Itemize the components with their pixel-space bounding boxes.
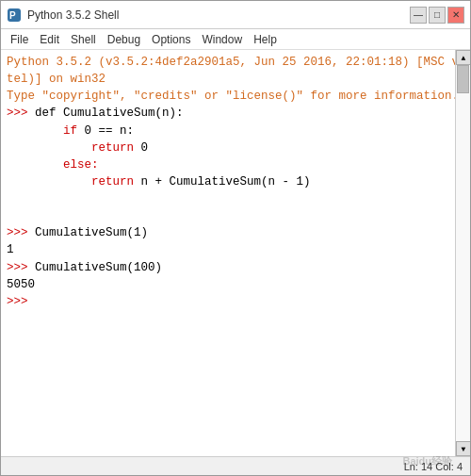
scroll-up-button[interactable]: ▲ [456,50,470,65]
menu-bar: File Edit Shell Debug Options Window Hel… [1,29,470,50]
menu-shell[interactable]: Shell [65,31,102,48]
shell-line-15: >>> [7,293,449,310]
shell-line-5: if 0 == n: [7,123,449,140]
title-bar: P Python 3.5.2 Shell — □ ✕ [1,1,470,29]
shell-line-13: >>> CumulativeSum(100) [7,259,449,276]
scroll-thumb[interactable] [457,65,469,93]
shell-line-14: 5050 [7,276,449,293]
menu-options[interactable]: Options [146,31,196,48]
shell-text[interactable]: Python 3.5.2 (v3.5.2:4def2a2901a5, Jun 2… [1,50,455,456]
shell-line-3: Type "copyright", "credits" or "license(… [7,88,449,105]
shell-line-10 [7,207,449,224]
shell-line-8: return n + CumulativeSum(n - 1) [7,173,449,190]
scrollbar[interactable]: ▲ ▼ [455,50,470,456]
menu-window[interactable]: Window [196,31,248,48]
minimize-button[interactable]: — [410,7,427,24]
shell-line-9 [7,190,449,207]
menu-file[interactable]: File [5,31,34,48]
scroll-track[interactable] [456,65,470,441]
app-icon: P [7,8,22,23]
watermark: Baidu经验 [402,454,452,468]
window-title: Python 3.5.2 Shell [27,8,410,22]
maximize-button[interactable]: □ [429,7,446,24]
close-button[interactable]: ✕ [447,7,464,24]
menu-edit[interactable]: Edit [34,31,65,48]
menu-debug[interactable]: Debug [102,31,146,48]
status-bar: Ln: 14 Col: 4 [1,456,470,475]
shell-line-2: tel)] on win32 [7,71,449,88]
menu-help[interactable]: Help [248,31,283,48]
shell-line-11: >>> CumulativeSum(1) [7,224,449,241]
shell-line-1: Python 3.5.2 (v3.5.2:4def2a2901a5, Jun 2… [7,54,449,71]
window: P Python 3.5.2 Shell — □ ✕ File Edit She… [0,0,471,476]
window-controls: — □ ✕ [410,7,464,24]
shell-content: Python 3.5.2 (v3.5.2:4def2a2901a5, Jun 2… [1,50,470,456]
shell-line-4: >>> def CumulativeSum(n): [7,105,449,122]
shell-line-12: 1 [7,241,449,258]
scroll-down-button[interactable]: ▼ [456,441,470,456]
svg-text:P: P [9,10,16,21]
shell-line-7: else: [7,156,449,173]
shell-line-6: return 0 [7,140,449,156]
